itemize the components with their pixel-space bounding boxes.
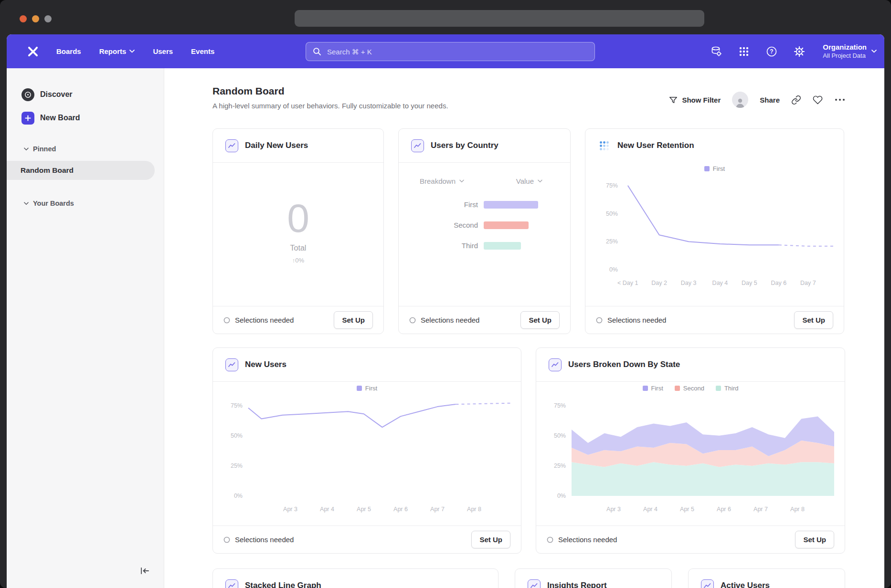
legend-label: First (651, 385, 663, 392)
sidebar-item-discover[interactable]: Discover (7, 84, 164, 105)
sidebar-section-pinned[interactable]: Pinned (7, 142, 164, 156)
metric-value: 0 (287, 198, 309, 238)
search-bar[interactable] (306, 42, 595, 61)
page-title: Random Board (212, 85, 448, 97)
data-management-button[interactable] (710, 45, 722, 58)
card-title: New Users (245, 360, 286, 369)
breakdown-dropdown[interactable]: Breakdown (420, 177, 464, 185)
card-title: Users Broken Down By State (568, 360, 680, 369)
nav-item-users[interactable]: Users (153, 47, 173, 55)
traffic-light-zoom[interactable] (44, 15, 52, 22)
mixpanel-logo[interactable] (27, 45, 39, 58)
retention-dots-icon (598, 139, 611, 152)
card-active-users: Active Users (688, 568, 845, 588)
avatar[interactable] (732, 92, 748, 108)
sidebar-item-new-board[interactable]: New Board (7, 107, 164, 128)
person-icon (734, 97, 746, 108)
svg-text:75%: 75% (606, 182, 618, 189)
svg-text:Apr 5: Apr 5 (357, 506, 371, 513)
value-bar (484, 201, 538, 209)
line-chart-icon (701, 579, 714, 588)
chevron-down-icon (538, 179, 542, 183)
value-bar (484, 221, 529, 229)
breakdown-bars: FirstSecondThird (399, 200, 570, 250)
show-filter-button[interactable]: Show Filter (669, 96, 721, 104)
help-button[interactable]: ? (765, 45, 778, 58)
nav-links: Boards Reports Users Events (56, 47, 214, 55)
card-footer: Selections needed Set Up (213, 306, 383, 334)
set-up-button[interactable]: Set Up (794, 311, 833, 329)
traffic-light-minimize[interactable] (32, 15, 39, 22)
legend-item: First (643, 385, 663, 392)
svg-text:50%: 50% (554, 432, 566, 439)
svg-text:Day 5: Day 5 (742, 280, 757, 286)
nav-item-label: Reports (99, 47, 127, 55)
card-header: Stacked Line Graph (213, 569, 498, 588)
status-text: Selections needed (409, 316, 479, 324)
card-header: Active Users (689, 569, 845, 588)
show-filter-label: Show Filter (682, 96, 721, 104)
legend-swatch (675, 386, 680, 391)
breakdown-label: First (399, 200, 478, 209)
svg-text:Apr 8: Apr 8 (467, 506, 481, 513)
legend-swatch (643, 386, 648, 391)
legend-label: Third (724, 385, 739, 392)
chevron-down-icon (24, 202, 29, 205)
nav-item-reports[interactable]: Reports (99, 47, 135, 55)
search-input[interactable] (326, 47, 588, 56)
svg-text:75%: 75% (554, 402, 566, 409)
nav-right-cluster: ? (710, 34, 877, 68)
sidebar-section-your-boards[interactable]: Your Boards (7, 196, 164, 210)
legend-label: Second (683, 385, 704, 392)
card-new-users: New Users First 75%50%25%0%Apr 3Apr 4Apr… (212, 347, 521, 554)
nav-item-boards[interactable]: Boards (56, 47, 81, 55)
card-row-2: New Users First 75%50%25%0%Apr 3Apr 4Apr… (212, 347, 845, 554)
chart-area: 75%50%25%0%Apr 3Apr 4Apr 5Apr 6Apr 7Apr … (536, 395, 845, 514)
collapse-sidebar-button[interactable] (137, 564, 152, 578)
set-up-button[interactable]: Set Up (471, 531, 510, 548)
nav-item-label: Events (191, 47, 214, 55)
svg-text:Apr 4: Apr 4 (320, 506, 334, 513)
settings-button[interactable] (793, 45, 806, 58)
svg-text:Apr 6: Apr 6 (393, 506, 408, 513)
copy-link-button[interactable] (791, 95, 801, 105)
status-label: Selections needed (235, 536, 294, 544)
more-options-button[interactable] (834, 98, 846, 102)
line-chart-icon (225, 579, 238, 588)
card-footer: Selections needed Set Up (213, 525, 521, 553)
legend-swatch (357, 386, 362, 391)
line-chart-icon (225, 139, 238, 152)
board-header: Random Board A high-level summary of use… (212, 85, 448, 110)
apps-grid-button[interactable] (738, 45, 750, 58)
card-daily-new-users: Daily New Users 0 Total ↑0% Selections n… (212, 128, 384, 334)
stacked-area-chart: 75%50%25%0%Apr 3Apr 4Apr 5Apr 6Apr 7Apr … (545, 395, 836, 514)
traffic-light-close[interactable] (20, 15, 27, 22)
chevron-down-icon (129, 50, 135, 53)
sidebar-item-random-board[interactable]: Random Board (7, 161, 155, 180)
card-header: New User Retention (585, 129, 844, 162)
svg-text:Day 4: Day 4 (712, 280, 728, 286)
search-icon (313, 47, 321, 56)
svg-text:50%: 50% (230, 432, 242, 439)
set-up-button[interactable]: Set Up (520, 311, 560, 329)
retention-line-chart: 75%50%25%0%< Day 1Day 2Day 3Day 4Day 5Da… (594, 175, 835, 288)
share-button[interactable]: Share (760, 96, 780, 104)
address-bar[interactable] (295, 10, 704, 27)
nav-item-label: Boards (56, 47, 81, 55)
svg-text:Apr 3: Apr 3 (606, 506, 621, 513)
section-label: Pinned (33, 145, 56, 153)
legend-label: First (365, 385, 377, 392)
value-dropdown[interactable]: Value (516, 177, 542, 185)
svg-text:0%: 0% (233, 493, 242, 499)
card-header: Users by Country (399, 129, 570, 163)
status-label: Selections needed (235, 316, 294, 324)
heart-icon (813, 95, 823, 105)
nav-item-events[interactable]: Events (191, 47, 214, 55)
set-up-button[interactable]: Set Up (795, 531, 834, 548)
favorite-button[interactable] (813, 95, 823, 105)
org-switcher[interactable]: Organization All Project Data (823, 43, 877, 60)
card-users-by-country: Users by Country Breakdown Value FirstSe… (398, 128, 571, 334)
card-insights-report: Insights Report (515, 568, 672, 588)
set-up-button[interactable]: Set Up (334, 311, 373, 329)
svg-text:Apr 8: Apr 8 (790, 506, 805, 513)
